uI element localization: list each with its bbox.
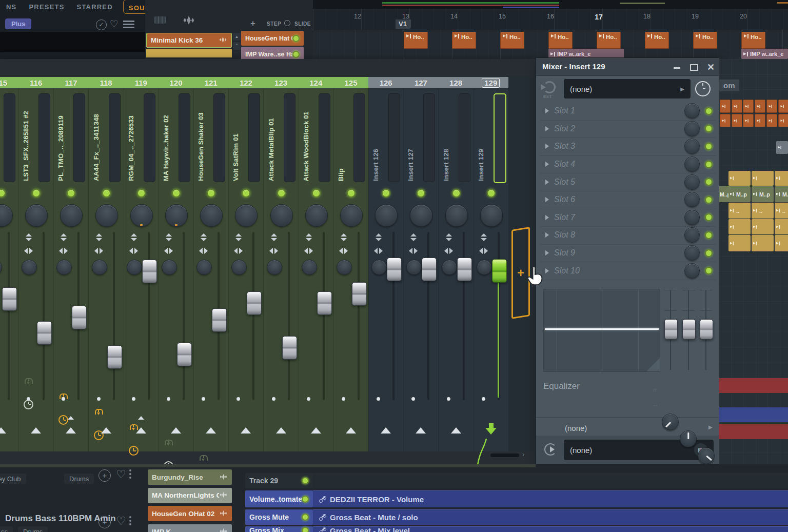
pattern-clip[interactable]: .. bbox=[728, 203, 751, 219]
stereo-sep-up-icon[interactable] bbox=[131, 233, 137, 237]
stereo-sep-up-icon[interactable] bbox=[235, 233, 242, 237]
channel-name[interactable]: Insert 127 bbox=[407, 149, 415, 181]
route-small-arrow-icon[interactable] bbox=[138, 416, 144, 420]
slot-arrow-icon[interactable] bbox=[545, 162, 549, 167]
channel-number-116[interactable]: 116 bbox=[24, 78, 48, 87]
stereo-sep-up-icon[interactable] bbox=[306, 233, 312, 237]
time-marker-v1[interactable]: V1 bbox=[396, 19, 411, 29]
time-value[interactable]: (none) bbox=[565, 424, 587, 432]
insert-fx-icon[interactable] bbox=[95, 409, 103, 415]
pattern-clip[interactable]: .. bbox=[752, 203, 774, 219]
slot-enable-led[interactable] bbox=[705, 161, 713, 168]
stereo-knob[interactable] bbox=[0, 260, 2, 275]
effect-slot-6[interactable]: Slot 6 bbox=[540, 191, 716, 209]
effect-slot-7[interactable]: Slot 7 bbox=[540, 209, 716, 227]
channel-led[interactable] bbox=[487, 189, 496, 198]
channel-row-minimal-kick-36[interactable]: Minimal Kick 36 bbox=[146, 33, 232, 48]
automation-lane[interactable]: Gross Beat - Mix level bbox=[313, 526, 788, 532]
stereo-knob[interactable] bbox=[267, 260, 282, 275]
tab-ns[interactable]: NS bbox=[0, 3, 23, 11]
pan-right-icon[interactable] bbox=[414, 248, 418, 254]
channel-name[interactable]: Blip bbox=[337, 168, 345, 181]
volume-fader[interactable] bbox=[387, 258, 402, 281]
fader-track[interactable] bbox=[183, 232, 185, 400]
waveform-icon[interactable]: 17 11"> bbox=[182, 16, 195, 27]
effect-slot-1[interactable]: Slot 1 bbox=[540, 102, 716, 121]
channel-clock-icon[interactable] bbox=[129, 446, 139, 456]
stereo-sep-down-icon[interactable] bbox=[446, 238, 452, 241]
channel-led[interactable] bbox=[417, 189, 425, 198]
pattern-clip-ho[interactable]: Ho.. bbox=[693, 32, 717, 49]
route-arrow-icon[interactable] bbox=[136, 427, 146, 434]
fader-track[interactable] bbox=[113, 232, 115, 400]
slot-arrow-icon[interactable] bbox=[545, 180, 549, 185]
close-icon[interactable]: ✕ bbox=[707, 62, 715, 73]
insert-fx-icon[interactable] bbox=[165, 440, 173, 445]
route-arrow-icon[interactable] bbox=[346, 427, 356, 434]
pattern-clip-ho[interactable]: Ho.. bbox=[452, 32, 476, 49]
fader-track[interactable] bbox=[148, 232, 150, 400]
channel-led[interactable] bbox=[207, 189, 215, 198]
eq-knob[interactable] bbox=[698, 447, 715, 464]
route-arrow-icon[interactable] bbox=[381, 427, 391, 434]
slot-arrow-icon[interactable] bbox=[545, 197, 549, 202]
channel-led[interactable] bbox=[452, 189, 461, 198]
stereo-sep-up-icon[interactable] bbox=[26, 233, 32, 237]
channel-name[interactable]: Attack MetalBlip 01 bbox=[267, 118, 275, 181]
channel-clock-icon[interactable] bbox=[58, 415, 68, 425]
stereo-sep-down-icon[interactable] bbox=[306, 238, 312, 241]
channel-dot[interactable] bbox=[237, 397, 240, 401]
mini-clip-orange[interactable] bbox=[720, 100, 731, 113]
pan-left-icon[interactable] bbox=[304, 248, 308, 254]
mini-clip-orange[interactable] bbox=[766, 114, 777, 127]
fader-track[interactable] bbox=[252, 232, 254, 400]
slot-mix-knob[interactable] bbox=[684, 210, 700, 225]
favorites-heart-icon[interactable]: ♡ bbox=[110, 19, 119, 29]
pan-left-icon[interactable] bbox=[129, 248, 133, 254]
stereo-sep-up-icon[interactable] bbox=[96, 233, 102, 237]
track-header-gross-mute[interactable]: Gross Mute bbox=[245, 509, 313, 525]
mixer-scrollbar[interactable] bbox=[490, 454, 519, 457]
pan-knob[interactable] bbox=[270, 204, 293, 227]
channel-number-122[interactable]: 122 bbox=[233, 78, 258, 87]
channel-dot[interactable] bbox=[132, 397, 135, 401]
stereo-sep-down-icon[interactable] bbox=[376, 238, 382, 241]
slot-arrow-icon[interactable] bbox=[545, 232, 549, 238]
pan-knob[interactable] bbox=[130, 204, 153, 227]
slot-enable-led[interactable] bbox=[705, 178, 713, 186]
pan-knob[interactable] bbox=[60, 204, 83, 227]
favorite-heart-icon[interactable]: ♡ bbox=[116, 516, 126, 526]
slot-arrow-icon[interactable] bbox=[545, 250, 549, 255]
channel-name[interactable]: AA44_Fx_.._3411348 bbox=[92, 114, 100, 181]
route-arrow-icon[interactable] bbox=[66, 427, 76, 434]
slot-mix-knob[interactable] bbox=[684, 227, 700, 243]
fader-track[interactable] bbox=[288, 232, 290, 400]
stereo-sep-up-icon[interactable] bbox=[166, 233, 172, 237]
mini-clip-gray[interactable] bbox=[776, 141, 788, 154]
pattern-clip[interactable]: M..p bbox=[775, 186, 788, 202]
audio-clip-imp[interactable]: IMP w..ark_e bbox=[741, 49, 788, 59]
pan-right-icon[interactable] bbox=[239, 248, 243, 254]
pan-right-icon[interactable] bbox=[169, 248, 173, 254]
route-arrow-icon[interactable] bbox=[451, 427, 461, 434]
slot-enable-led[interactable] bbox=[705, 267, 713, 274]
stereo-sep-down-icon[interactable] bbox=[166, 238, 172, 241]
slot-enable-led[interactable] bbox=[705, 196, 713, 204]
pattern-clip[interactable]: .. bbox=[775, 203, 788, 219]
channel-row-partial[interactable] bbox=[146, 49, 232, 57]
pan-left-icon[interactable] bbox=[444, 248, 448, 254]
pan-knob[interactable] bbox=[340, 204, 363, 227]
pan-left-icon[interactable] bbox=[24, 248, 28, 254]
insert-fx-icon[interactable] bbox=[200, 455, 208, 461]
fader-track[interactable] bbox=[358, 232, 360, 400]
slot-mix-knob[interactable] bbox=[684, 156, 700, 172]
pan-left-icon[interactable] bbox=[94, 248, 98, 254]
slot-enable-led[interactable] bbox=[705, 231, 713, 239]
channel-dot[interactable] bbox=[97, 397, 101, 401]
pattern-clip[interactable] bbox=[728, 235, 751, 251]
channel-led[interactable] bbox=[172, 189, 181, 198]
pan-knob[interactable] bbox=[0, 204, 13, 227]
channel-number-118[interactable]: 118 bbox=[94, 78, 119, 87]
pattern-clip[interactable] bbox=[775, 171, 788, 186]
pattern-clip[interactable] bbox=[775, 219, 788, 234]
